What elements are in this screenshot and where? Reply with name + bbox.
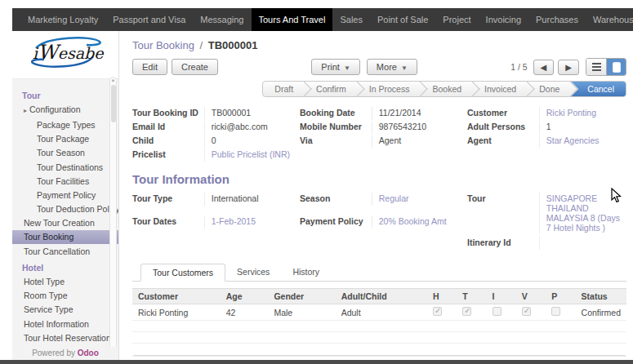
status-step-booked: Booked xyxy=(421,82,473,96)
window-bottom-edge xyxy=(0,360,633,364)
sidebar-item-new-tour-creation[interactable]: New Tour Creation xyxy=(12,216,118,230)
tab-services[interactable]: Services xyxy=(225,264,281,282)
sidebar-item-tour-season[interactable]: Tour Season xyxy=(12,146,118,160)
form-view-button[interactable] xyxy=(606,59,626,75)
col-h[interactable]: H xyxy=(427,289,457,304)
top-menubar: Marketing Loyalty Passport and Visa Mess… xyxy=(12,8,633,31)
sidebar-item-package-types[interactable]: Package Types xyxy=(12,118,118,131)
booking-date-value: 11/21/2014 xyxy=(372,107,459,120)
status-step-invoiced: Invoiced xyxy=(473,82,528,96)
sidebar-item-tour-package[interactable]: Tour Package xyxy=(12,132,118,146)
cell-v xyxy=(516,304,546,321)
col-adult-child[interactable]: Adult/Child xyxy=(336,289,427,304)
print-button[interactable]: Print▼ xyxy=(311,59,360,75)
scroll-up-icon[interactable]: ▲ xyxy=(109,78,117,82)
col-v[interactable]: V xyxy=(516,289,546,304)
cell-t xyxy=(457,304,486,321)
col-customer[interactable]: Customer xyxy=(132,289,221,304)
notebook-tabs: Tour Customers Services History xyxy=(132,263,626,282)
sidebar-header-hotel: Hotel xyxy=(12,260,118,274)
menu-sales[interactable]: Sales xyxy=(332,8,370,31)
pager-next-button[interactable]: ▶ xyxy=(558,60,579,75)
svg-text:iWesabe: iWesabe xyxy=(33,41,105,64)
sidebar-item-hotel-type[interactable]: Hotel Type xyxy=(12,274,118,288)
app-window: Marketing Loyalty Passport and Visa Mess… xyxy=(0,0,633,364)
tour-type-value: International xyxy=(204,193,292,206)
toolbar-dropdown-group: Print▼ More▼ xyxy=(311,59,417,75)
cell-p xyxy=(546,304,575,321)
menu-invoicing[interactable]: Invoicing xyxy=(479,8,528,31)
col-gender[interactable]: Gender xyxy=(268,289,335,304)
cell-gender: Male xyxy=(268,304,335,321)
field-label: Via xyxy=(300,135,372,148)
status-step-done: Done xyxy=(528,82,571,96)
sidebar-item-tour-deduction-policy[interactable]: Tour Deduction Policy xyxy=(12,202,118,216)
tour-information-title: Tour Information xyxy=(132,172,626,186)
empty-row xyxy=(132,332,626,344)
pager-previous-button[interactable]: ◀ xyxy=(533,60,555,75)
menu-messaging[interactable]: Messaging xyxy=(193,8,251,31)
sidebar-item-configuration[interactable]: ▸Configuration xyxy=(12,102,118,118)
menu-point-of-sale[interactable]: Point of Sale xyxy=(370,8,435,31)
table-row[interactable]: Ricki Ponting 42 Male Adult Confirmed xyxy=(132,304,626,321)
payment-policy-link[interactable]: 20% Booking Amt xyxy=(372,215,459,229)
field-label: Email Id xyxy=(132,121,204,134)
menu-marketing-loyalty[interactable]: Marketing Loyalty xyxy=(20,8,105,31)
cell-i xyxy=(487,304,516,321)
breadcrumb-record-id: TB000001 xyxy=(208,39,258,51)
tab-tour-customers[interactable]: Tour Customers xyxy=(140,264,225,282)
table-header-row: Customer Age Gender Adult/Child H T I V … xyxy=(132,289,626,304)
more-button[interactable]: More▼ xyxy=(367,59,417,75)
create-button[interactable]: Create xyxy=(172,59,218,75)
col-age[interactable]: Age xyxy=(221,289,269,304)
tab-history[interactable]: History xyxy=(281,264,331,282)
sidebar-item-tour-booking[interactable]: Tour Booking xyxy=(12,230,118,244)
menu-project[interactable]: Project xyxy=(435,8,478,31)
breadcrumb-tour-booking[interactable]: Tour Booking xyxy=(132,39,194,51)
season-link[interactable]: Regular xyxy=(372,193,459,206)
menu-tours-and-travel[interactable]: Tours And Travel xyxy=(252,8,333,31)
menu-passport-and-visa[interactable]: Passport and Visa xyxy=(105,8,193,31)
mouse-cursor xyxy=(611,188,622,203)
col-p[interactable]: P xyxy=(546,289,575,304)
scrollbar-thumb[interactable] xyxy=(111,85,116,122)
field-label: Booking Date xyxy=(300,107,372,120)
col-i[interactable]: I xyxy=(487,289,516,304)
sidebar-item-tour-facilities[interactable]: Tour Facilities xyxy=(12,174,118,188)
sidebar-item-room-type[interactable]: Room Type xyxy=(12,289,118,303)
horizontal-scrollbar[interactable] xyxy=(132,355,626,357)
chevron-right-icon: ▸ xyxy=(24,107,27,114)
sidebar-item-tour-hotel-reservation[interactable]: Tour Hotel Reservation xyxy=(12,331,118,344)
field-label: Itinerary Id xyxy=(467,237,539,250)
list-view-button[interactable] xyxy=(586,59,606,75)
menu-warehouse[interactable]: Warehouse xyxy=(586,8,633,31)
tour-info-fields: Tour TypeInternational Tour Dates1-Feb-2… xyxy=(132,193,626,260)
edit-button[interactable]: Edit xyxy=(132,59,167,75)
col-t[interactable]: T xyxy=(457,289,486,304)
field-label: Customer xyxy=(467,107,539,120)
cell-adult-child: Adult xyxy=(336,304,427,321)
field-label: Mobile Number xyxy=(300,121,372,134)
field-label: Payment Policy xyxy=(300,215,372,229)
sidebar-item-tour-destinations[interactable]: Tour Destinations xyxy=(12,160,118,174)
empty-row xyxy=(132,321,626,332)
chevron-down-icon: ▼ xyxy=(344,64,350,72)
pager: 1 / 5 ◀ ▶ xyxy=(510,58,626,76)
breadcrumb-separator: / xyxy=(200,39,203,51)
via-value: Agent xyxy=(372,135,459,148)
cell-status: Confirmed xyxy=(576,304,626,321)
sidebar-item-tour-cancellation[interactable]: Tour Cancellation xyxy=(12,244,118,258)
company-logo: iWesabe xyxy=(12,31,118,79)
col-status[interactable]: Status xyxy=(576,289,626,304)
sidebar-item-payment-policy[interactable]: Payment Policy xyxy=(12,188,118,202)
field-label: Tour Type xyxy=(132,193,204,206)
odoo-brand-link[interactable]: Odoo xyxy=(78,348,99,357)
customer-link[interactable]: Ricki Ponting xyxy=(539,107,626,120)
sidebar-item-service-type[interactable]: Service Type xyxy=(12,303,118,317)
sidebar-item-hotel-information[interactable]: Hotel Information xyxy=(12,317,118,331)
sidebar-scrollbar[interactable]: ▲ ▼ xyxy=(109,77,117,352)
mobile-number-value: 9876543210 xyxy=(372,121,459,134)
agent-link[interactable]: Star Agencies xyxy=(539,135,626,148)
menu-purchases[interactable]: Purchases xyxy=(528,8,586,31)
pricelist-link[interactable]: Public Pricelist (INR) xyxy=(204,149,292,162)
